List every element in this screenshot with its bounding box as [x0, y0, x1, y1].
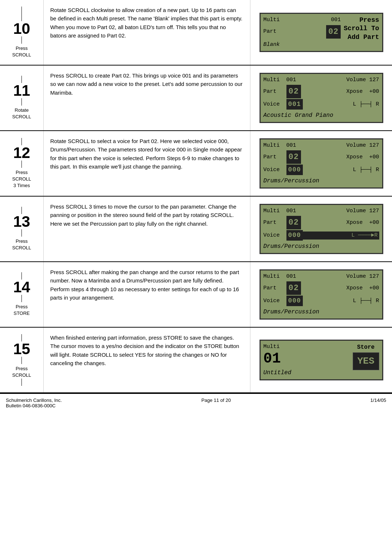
- lcd-xpose-14: Xpose +00: [301, 284, 379, 293]
- lcd-multi-label-15: Multi: [264, 343, 280, 351]
- lcd-standard-13: Multi 001 Volume 127 Part 02 Xpose +00 V…: [260, 204, 383, 254]
- lcd-volume-14: Volume 127: [346, 273, 379, 281]
- lcd-multi-13: Multi 001: [264, 207, 296, 215]
- lcd-multi-12: Multi 001: [264, 142, 296, 150]
- page: 10 PressSCROLL Rotate SCROLL clockwise t…: [0, 0, 392, 412]
- display-10: Multi 001 Part 02 Blank PressScroll ToAd…: [250, 0, 392, 65]
- description-13: Press SCROLL 3 times to move the cursor …: [44, 197, 250, 261]
- display-14: Multi 001 Volume 127 Part 02 Xpose +00 V…: [250, 262, 392, 327]
- lcd-standard-14: Multi 001 Volume 127 Part 02 Xpose +00 V…: [260, 269, 383, 320]
- footer-page: Page 11 of 20: [201, 397, 231, 403]
- lcd-standard-11: Multi 001 Volume 127 Part 02 Xpose +00 V…: [260, 73, 383, 123]
- lcd-pan-11: L ├──┤ R: [303, 100, 379, 109]
- lcd-part-02-11: 02: [286, 85, 301, 98]
- lcd-pan-14: L ├──┤ R: [303, 297, 379, 305]
- lcd-voice-name-12: Drums/Percussion: [264, 177, 379, 185]
- description-15: When finished entering part information,…: [44, 328, 250, 392]
- footer-center: Page 11 of 20: [201, 397, 231, 408]
- lcd-untitled-15: Untitled: [264, 368, 349, 377]
- row-10: 10 PressSCROLL Rotate SCROLL clockwise t…: [0, 0, 392, 66]
- lcd-part-11: Part: [264, 88, 286, 96]
- step-number-11: 11: [13, 83, 30, 98]
- lcd-part-label-14: Part: [264, 284, 286, 293]
- description-10: Rotate SCROLL clockwise to allow creatio…: [44, 0, 250, 65]
- lcd-blank: Blank: [264, 41, 341, 49]
- content-area: 10 PressSCROLL Rotate SCROLL clockwise t…: [0, 0, 392, 393]
- display-15: Multi 01 Untitled Store YES: [250, 328, 392, 392]
- lcd-multi-14: Multi 001: [264, 273, 296, 281]
- lcd-voice-000-13: 000: [286, 230, 303, 241]
- lcd-store-15: Multi 01 Untitled Store YES: [260, 340, 383, 381]
- lcd-xpose-11: Xpose +00: [301, 88, 379, 96]
- lcd-voice-label-13: Voice: [264, 232, 286, 240]
- lcd-standard-12: Multi 001 Volume 127 Part 02 Xpose +00 V…: [260, 138, 383, 189]
- display-11: Multi 001 Volume 127 Part 02 Xpose +00 V…: [250, 66, 392, 130]
- left-col-10: 10 PressSCROLL: [0, 0, 44, 65]
- lcd-part-02-14: 02: [286, 281, 301, 295]
- lcd-pan-12: L ├──┤ R: [303, 166, 379, 174]
- footer-right: 1/14/05: [371, 397, 386, 408]
- lcd-voice-000-12: 000: [286, 165, 303, 175]
- lcd-volume-127-11: Volume 127: [346, 76, 379, 84]
- lcd-voice-label-14: Voice: [264, 297, 286, 305]
- lcd-voice-001-11: 001: [286, 99, 303, 110]
- display-12: Multi 001 Volume 127 Part 02 Xpose +00 V…: [250, 131, 392, 196]
- lcd-part-02-12: 02: [286, 150, 301, 164]
- row-11: 11 RotateSCROLL Press SCROLL to create P…: [0, 66, 392, 131]
- row-12: 12 PressSCROLL3 Times Rotate SCROLL to s…: [0, 131, 392, 197]
- description-11: Press SCROLL to create Part 02. This bri…: [44, 66, 250, 130]
- action-label-15: PressSCROLL: [12, 365, 31, 379]
- lcd-store-label-15: Store: [357, 343, 375, 352]
- lcd-part-label: Part: [264, 28, 277, 36]
- lcd-part-num: 02: [326, 25, 341, 39]
- lcd-voice-name-13: Drums/Percussion: [264, 242, 379, 251]
- display-13: Multi 001 Volume 127 Part 02 Xpose +00 V…: [250, 197, 392, 261]
- lcd-press-scroll: Multi 001 Part 02 Blank PressScroll ToAd…: [260, 13, 383, 52]
- lcd-xpose-12: Xpose +00: [301, 153, 379, 162]
- action-label-12: PressSCROLL3 Times: [12, 169, 31, 189]
- description-12: Rotate SCROLL to select a voice for Part…: [44, 131, 250, 196]
- action-label-14: PressSTORE: [13, 304, 30, 317]
- lcd-voice-000-14: 000: [286, 296, 303, 306]
- row-14: 14 PressSTORE Press SCROLL after making …: [0, 262, 392, 328]
- action-label-10: PressSCROLL: [12, 45, 31, 58]
- action-label-13: PressSCROLL: [12, 238, 31, 251]
- row-13: 13 PressSCROLL Press SCROLL 3 times to m…: [0, 197, 392, 262]
- lcd-part-02-13: 02: [286, 216, 301, 229]
- footer-date: 1/14/05: [371, 397, 386, 403]
- lcd-multi-num-15: 01: [264, 351, 281, 367]
- lcd-volume-12: Volume 127: [346, 142, 379, 150]
- footer: Schulmerich Carillons, Inc. Bulletin 046…: [0, 393, 392, 412]
- lcd-voice-name-14: Drums/Percussion: [264, 308, 379, 316]
- lcd-voice-label-12: Voice: [264, 166, 286, 174]
- left-col-11: 11 RotateSCROLL: [0, 66, 44, 130]
- lcd-press-scroll-text: PressScroll ToAdd Part: [344, 16, 379, 41]
- lcd-volume-13: Volume 127: [346, 207, 379, 215]
- lcd-xpose-13: Xpose +00: [301, 219, 379, 227]
- step-number-10: 10: [13, 21, 30, 36]
- lcd-voice-name-11: Acoustic Grand Piano: [264, 111, 379, 120]
- lcd-part-label-13: Part: [264, 219, 286, 227]
- step-number-13: 13: [13, 214, 30, 229]
- step-number-14: 14: [13, 280, 30, 295]
- footer-left: Schulmerich Carillons, Inc. Bulletin 046…: [6, 397, 62, 408]
- description-14: Press SCROLL after making the pan change…: [44, 262, 250, 327]
- lcd-pan-right-13: L ────►R: [303, 232, 379, 240]
- left-col-14: 14 PressSTORE: [0, 262, 44, 327]
- left-col-13: 13 PressSCROLL: [0, 197, 44, 261]
- left-col-15: 15 PressSCROLL: [0, 328, 44, 392]
- lcd-multi-num: 001: [331, 16, 341, 24]
- step-number-15: 15: [13, 341, 30, 357]
- lcd-voice-label-11: Voice: [264, 100, 286, 109]
- lcd-yes-15: YES: [353, 352, 379, 370]
- lcd-multi-label: Multi: [264, 16, 280, 24]
- action-label-11: RotateSCROLL: [12, 107, 31, 120]
- left-col-12: 12 PressSCROLL3 Times: [0, 131, 44, 196]
- footer-company: Schulmerich Carillons, Inc.: [6, 397, 62, 403]
- row-15: 15 PressSCROLL When finished entering pa…: [0, 328, 392, 393]
- lcd-multi-001: Multi 001: [264, 76, 296, 84]
- step-number-12: 12: [13, 145, 30, 161]
- lcd-part-label-12: Part: [264, 153, 286, 162]
- footer-bulletin: Bulletin 046-0836-000C: [6, 403, 56, 408]
